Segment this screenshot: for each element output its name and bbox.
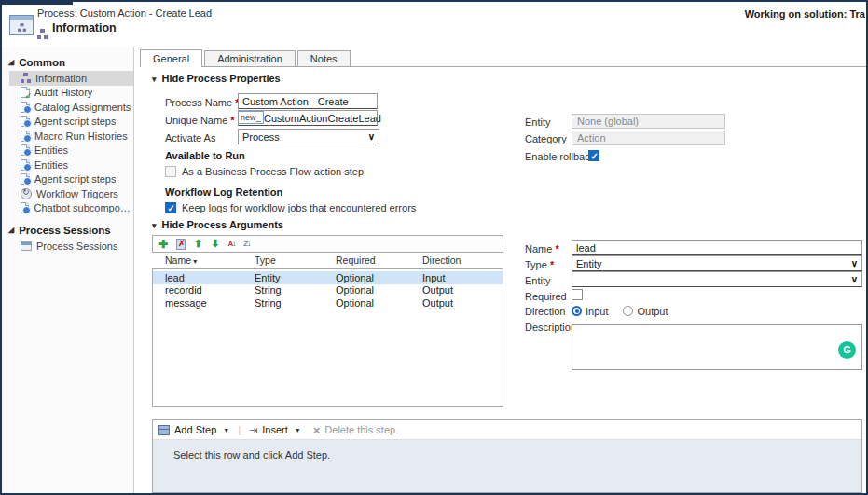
cell-name: lead bbox=[165, 272, 255, 283]
radio-input[interactable] bbox=[572, 306, 582, 316]
move-down-icon[interactable]: ⬇ bbox=[211, 239, 219, 249]
sidebar-section-process-sessions[interactable]: ◢Process Sessions bbox=[2, 222, 133, 239]
argument-required-checkbox[interactable] bbox=[572, 289, 583, 300]
argument-type-label: Type bbox=[525, 259, 554, 270]
argument-name-input[interactable]: lead bbox=[572, 240, 862, 255]
column-header-name[interactable]: Name ▾ bbox=[165, 254, 255, 266]
direction-option-input[interactable]: Input bbox=[572, 306, 608, 317]
workflow-icon bbox=[18, 23, 26, 32]
direction-option-output[interactable]: Output bbox=[623, 306, 668, 317]
argument-description-label: Description bbox=[525, 322, 576, 333]
cell-type: Entity bbox=[255, 272, 336, 283]
working-on-solution-label: Working on solution: Tra bbox=[745, 8, 865, 20]
information-icon bbox=[37, 29, 48, 39]
delete-step-icon: × bbox=[313, 423, 321, 437]
column-header-direction[interactable]: Direction bbox=[422, 254, 506, 266]
sidebar-item-workflow-triggers[interactable]: Workflow Triggers bbox=[9, 186, 133, 201]
sidebar-item-label: Agent script steps bbox=[34, 116, 116, 127]
tab-strip: GeneralAdministrationNotes bbox=[140, 49, 866, 67]
activate-as-select[interactable]: Process∨ bbox=[238, 129, 379, 144]
sidebar-section-label: Common bbox=[19, 57, 65, 68]
cell-required: Optional bbox=[336, 284, 422, 296]
component-page-icon bbox=[21, 116, 30, 127]
argument-entity-select[interactable]: ∨ bbox=[572, 271, 862, 287]
sidebar-item-chatbot-subcompone-[interactable]: Chatbot subcompone... bbox=[9, 201, 133, 216]
section-hide-process-arguments[interactable]: ▾Hide Process Arguments bbox=[152, 219, 283, 230]
step-canvas[interactable]: Select this row and click Add Step. bbox=[153, 440, 861, 492]
column-header-required[interactable]: Required bbox=[336, 254, 422, 266]
sidebar-item-information[interactable]: Information bbox=[9, 71, 133, 86]
keep-logs-checkbox[interactable] bbox=[165, 202, 176, 213]
chevron-down-icon: ▼ bbox=[223, 427, 229, 433]
enable-rollback-label: Enable rollback bbox=[525, 151, 595, 162]
argument-type-select[interactable]: Entity∨ bbox=[572, 255, 862, 271]
chevron-down-icon: ∨ bbox=[368, 131, 375, 144]
sidebar-item-entities[interactable]: Entities bbox=[9, 144, 133, 158]
sidebar-item-process-sessions[interactable]: Process Sessions bbox=[9, 239, 133, 254]
enable-rollback-checkbox[interactable] bbox=[588, 150, 599, 161]
available-to-run-title: Available to Run bbox=[165, 150, 245, 161]
sidebar-item-macro-run-histories[interactable]: Macro Run Histories bbox=[9, 129, 133, 144]
entity-field: None (global) bbox=[572, 114, 725, 129]
unique-name-prefix: new_ bbox=[238, 111, 264, 124]
sidebar-item-label: Agent script steps bbox=[34, 173, 116, 185]
add-argument-icon[interactable]: ✚ bbox=[158, 239, 168, 250]
sidebar-section-common[interactable]: ◢Common bbox=[2, 54, 133, 71]
add-step-button[interactable]: Add Step bbox=[174, 424, 216, 435]
remove-argument-icon[interactable] bbox=[176, 239, 186, 250]
cell-required: Optional bbox=[336, 297, 422, 309]
argument-entity-label: Entity bbox=[525, 275, 551, 286]
radio-output[interactable] bbox=[623, 306, 633, 316]
column-header-label: Type bbox=[255, 254, 276, 266]
cell-direction: Output bbox=[422, 297, 506, 309]
unique-name-label: Unique Name bbox=[165, 115, 235, 126]
activate-as-label: Activate As bbox=[165, 132, 215, 144]
move-up-icon[interactable]: ⬆ bbox=[194, 239, 202, 249]
chevron-down-icon: ∨ bbox=[851, 273, 858, 286]
process-sessions-icon bbox=[21, 241, 32, 251]
sidebar-item-entities[interactable]: Entities bbox=[9, 158, 133, 172]
sidebar-item-agent-script-steps[interactable]: Agent script steps bbox=[9, 172, 133, 187]
insert-button[interactable]: Insert bbox=[262, 424, 288, 435]
cell-type: String bbox=[255, 284, 336, 296]
table-row[interactable]: recordidStringOptionalOutput bbox=[153, 284, 503, 297]
category-label: Category bbox=[525, 133, 567, 144]
sidebar-item-audit-history[interactable]: Audit History bbox=[9, 86, 133, 101]
sidebar-item-label: Audit History bbox=[34, 87, 92, 98]
tab-general[interactable]: General bbox=[140, 49, 202, 67]
add-step-icon bbox=[158, 425, 170, 435]
audit-history-icon bbox=[21, 87, 30, 98]
argument-required-label: Required bbox=[525, 291, 567, 302]
collapse-triangle-icon: ▾ bbox=[152, 221, 157, 230]
process-name-label: Process Name bbox=[165, 97, 239, 108]
bpf-action-step-checkbox[interactable] bbox=[165, 166, 176, 177]
grammarly-icon[interactable]: G bbox=[838, 341, 856, 359]
argument-description-textarea[interactable] bbox=[572, 324, 862, 370]
sidebar-section-label: Process Sessions bbox=[19, 225, 110, 236]
workflow-triggers-icon bbox=[21, 188, 32, 199]
page-title: Information bbox=[52, 21, 117, 34]
column-header-type[interactable]: Type bbox=[255, 254, 336, 266]
sidebar-item-agent-script-steps[interactable]: Agent script steps bbox=[9, 115, 133, 130]
sidebar-item-catalog-assignments[interactable]: Catalog Assignments bbox=[9, 100, 133, 115]
cell-direction: Input bbox=[422, 272, 506, 283]
sidebar: ◢CommonInformationAudit HistoryCatalog A… bbox=[2, 47, 134, 493]
table-row[interactable]: messageStringOptionalOutput bbox=[153, 296, 503, 309]
collapse-triangle-icon: ▾ bbox=[152, 75, 157, 84]
sort-ascending-icon[interactable]: A↓ bbox=[228, 240, 236, 248]
chevron-down-icon: ∨ bbox=[851, 257, 858, 270]
table-row[interactable]: leadEntityOptionalInput bbox=[153, 271, 503, 284]
sidebar-item-label: Process Sessions bbox=[36, 241, 117, 252]
column-header-label: Required bbox=[336, 254, 376, 266]
category-field: Action bbox=[572, 131, 725, 145]
sort-descending-icon[interactable]: Z↓ bbox=[243, 240, 250, 248]
sidebar-item-label: Catalog Assignments bbox=[34, 102, 131, 113]
tab-administration[interactable]: Administration bbox=[204, 50, 296, 66]
delete-step-button[interactable]: Delete this step. bbox=[324, 424, 398, 435]
section-hide-process-properties[interactable]: ▾Hide Process Properties bbox=[152, 73, 281, 84]
cell-type: String bbox=[255, 297, 336, 309]
cell-name: recordid bbox=[165, 284, 255, 296]
tab-notes[interactable]: Notes bbox=[297, 50, 351, 66]
column-header-label: Name bbox=[165, 254, 191, 266]
process-name-input[interactable]: Custom Action - Create Lead bbox=[238, 93, 378, 109]
